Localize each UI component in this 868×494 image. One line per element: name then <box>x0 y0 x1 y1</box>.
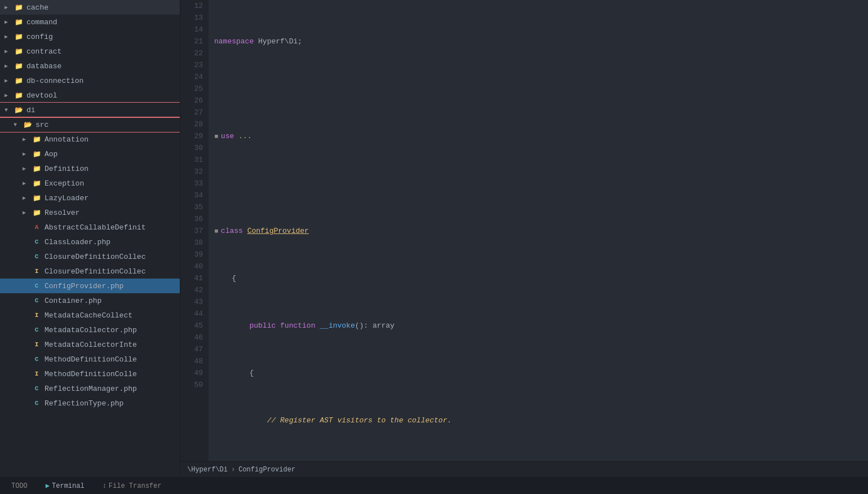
line-num: 39 <box>186 249 203 261</box>
arrow-icon: ▶ <box>5 19 14 25</box>
sidebar-item-label: Aop <box>45 150 57 158</box>
sidebar-item-metadata-collector[interactable]: C MetadataCollector.php <box>0 323 180 337</box>
sidebar-item-cache[interactable]: ▶ 📁 cache <box>0 0 180 15</box>
sidebar-item-reflection-type[interactable]: C ReflectionType.php <box>0 396 180 411</box>
sidebar: ▶ 📁 cache ▶ 📁 command ▶ 📁 config ▶ 📁 con… <box>0 0 180 477</box>
line-num: 27 <box>186 107 203 118</box>
line-num: 32 <box>186 166 203 178</box>
sidebar-item-annotation[interactable]: ▶ 📁 Annotation <box>0 132 180 147</box>
line-num: 48 <box>186 355 203 367</box>
php-interface-icon: I <box>32 266 42 276</box>
sidebar-item-abstract-callable[interactable]: A AbstractCallableDefinit <box>0 220 180 235</box>
line-num: 23 <box>186 59 203 71</box>
folder-icon: 📁 <box>14 32 24 42</box>
sidebar-item-label: src <box>36 121 48 129</box>
sidebar-item-label: MethodDefinitionColle <box>45 355 137 364</box>
file-transfer-tab[interactable]: ↕ File Transfer <box>98 481 166 491</box>
folder-icon: 📁 <box>32 134 42 144</box>
sidebar-item-label: database <box>26 62 61 70</box>
line-num: 13 <box>186 12 203 24</box>
arrow-icon: ▶ <box>5 33 14 40</box>
sidebar-item-label: di <box>26 106 36 114</box>
sidebar-item-classloader[interactable]: C ClassLoader.php <box>0 235 180 249</box>
sidebar-item-method-def-1[interactable]: C MethodDefinitionColle <box>0 352 180 367</box>
php-class-icon: C <box>32 295 42 306</box>
sidebar-item-config[interactable]: ▶ 📁 config <box>0 29 180 44</box>
sidebar-item-label: devtool <box>26 91 57 100</box>
sidebar-item-aop[interactable]: ▶ 📁 Aop <box>0 147 180 161</box>
arrow-icon: ▶ <box>23 151 32 157</box>
sidebar-item-container[interactable]: C Container.php <box>0 293 180 308</box>
sidebar-item-lazyloader[interactable]: ▶ 📁 LazyLoader <box>0 191 180 205</box>
folder-icon: 📁 <box>14 2 24 12</box>
folder-icon: 📁 <box>14 76 24 86</box>
sidebar-item-label: MethodDefinitionColle <box>45 370 137 378</box>
sidebar-item-devtool[interactable]: ▶ 📁 devtool <box>0 88 180 103</box>
sidebar-item-label: MetadataCollector.php <box>45 326 137 334</box>
line-num: 35 <box>186 201 203 213</box>
folder-icon: 📁 <box>32 149 42 159</box>
php-abstract-icon: A <box>32 222 42 232</box>
arrow-icon: ▶ <box>23 165 32 172</box>
sidebar-item-metadata-cache[interactable]: I MetadataCacheCollect <box>0 308 180 323</box>
line-num: 14 <box>186 24 203 36</box>
line-num: 46 <box>186 332 203 343</box>
sidebar-item-contract[interactable]: ▶ 📁 contract <box>0 44 180 59</box>
line-num: 40 <box>186 261 203 272</box>
php-interface-icon: I <box>32 310 42 320</box>
folder-icon: 📁 <box>14 61 24 71</box>
sidebar-item-di[interactable]: ▼ 📂 di <box>0 103 180 117</box>
sidebar-item-db-connection[interactable]: ▶ 📁 db-connection <box>0 73 180 88</box>
arrow-icon: ▶ <box>5 63 14 69</box>
sidebar-item-closure-def-1[interactable]: C ClosureDefinitionCollec <box>0 249 180 264</box>
sidebar-item-label: ConfigProvider.php <box>45 282 123 290</box>
sidebar-item-label: db-connection <box>26 77 83 85</box>
sidebar-item-label: Exception <box>45 179 84 188</box>
sidebar-item-database[interactable]: ▶ 📁 database <box>0 59 180 73</box>
line-num: 29 <box>186 130 203 142</box>
sidebar-item-label: Annotation <box>45 135 88 144</box>
sidebar-item-metadata-collector-inte[interactable]: I MetadataCollectorInte <box>0 337 180 352</box>
sidebar-item-exception[interactable]: ▶ 📁 Exception <box>0 176 180 191</box>
file-transfer-label: File Transfer <box>109 482 162 490</box>
line-numbers: 12 13 14 21 22 23 24 25 26 27 28 29 30 3… <box>180 0 209 461</box>
bottom-toolbar: TODO ▶ Terminal ↕ File Transfer <box>0 477 868 494</box>
arrow-icon: ▶ <box>5 92 14 99</box>
todo-tab[interactable]: TODO <box>7 481 32 491</box>
sidebar-item-label: MetadataCacheCollect <box>45 311 132 320</box>
sidebar-item-resolver[interactable]: ▶ 📁 Resolver <box>0 205 180 220</box>
breadcrumb-namespace: \Hyperf\Di <box>187 466 228 474</box>
line-num: 36 <box>186 213 203 225</box>
line-num: 37 <box>186 225 203 237</box>
sidebar-item-label: Resolver <box>45 209 79 217</box>
line-num: 28 <box>186 118 203 130</box>
todo-label: TODO <box>11 482 28 490</box>
code-line-24: public function __invoke(): array <box>214 320 868 332</box>
php-class-icon: C <box>32 325 42 335</box>
php-class-icon: C <box>32 281 42 291</box>
folder-open-icon: 📂 <box>14 105 24 115</box>
folder-icon: 📁 <box>14 17 24 27</box>
sidebar-item-definition[interactable]: ▶ 📁 Definition <box>0 161 180 176</box>
line-num: 25 <box>186 83 203 95</box>
line-num: 24 <box>186 71 203 83</box>
sidebar-item-closure-def-2[interactable]: I ClosureDefinitionCollec <box>0 264 180 279</box>
arrow-icon: ▼ <box>14 122 23 128</box>
php-class-icon: C <box>32 354 42 364</box>
terminal-icon: ▶ <box>46 482 50 490</box>
terminal-tab[interactable]: ▶ Terminal <box>41 480 89 491</box>
sidebar-item-config-provider[interactable]: C ConfigProvider.php <box>0 279 180 293</box>
terminal-label: Terminal <box>52 482 85 490</box>
code-content[interactable]: 12 13 14 21 22 23 24 25 26 27 28 29 30 3… <box>180 0 868 461</box>
sidebar-item-src[interactable]: ▼ 📂 src <box>0 117 180 132</box>
folder-icon: 📁 <box>32 193 42 203</box>
editor-area: 12 13 14 21 22 23 24 25 26 27 28 29 30 3… <box>180 0 868 477</box>
sidebar-item-label: AbstractCallableDefinit <box>45 223 145 232</box>
php-class-icon: C <box>32 237 42 247</box>
sidebar-item-reflection-manager[interactable]: C ReflectionManager.php <box>0 381 180 396</box>
folder-icon: 📁 <box>32 208 42 218</box>
php-class-icon: C <box>32 398 42 408</box>
sidebar-item-command[interactable]: ▶ 📁 command <box>0 15 180 29</box>
line-num: 50 <box>186 379 203 391</box>
sidebar-item-method-def-2[interactable]: I MethodDefinitionColle <box>0 367 180 381</box>
